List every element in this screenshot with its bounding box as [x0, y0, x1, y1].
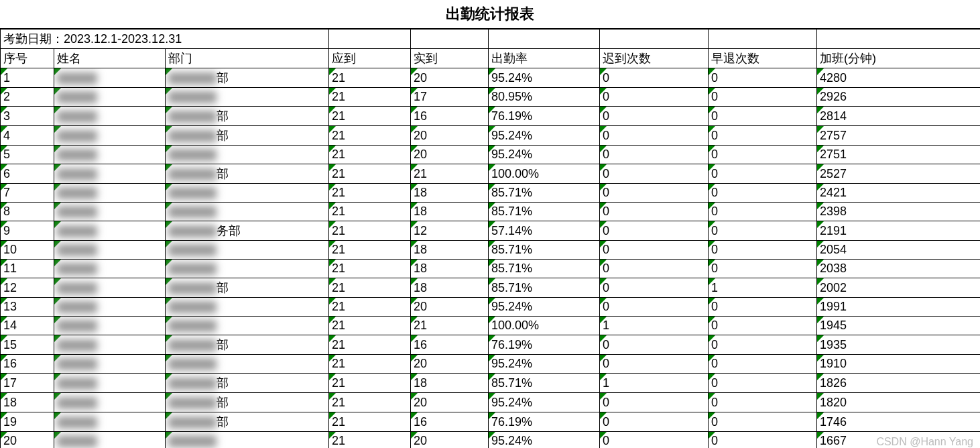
- cell-late: 1: [600, 374, 709, 393]
- cell-seq: 7: [1, 184, 54, 203]
- cell-name: xxxxxx: [54, 374, 166, 393]
- cell-name: xxxxxx: [54, 221, 166, 241]
- cell-late: 0: [600, 393, 709, 412]
- table-row: 18xxxxxxxxxxxxxx部212095.24%001820: [1, 393, 981, 412]
- cell-name: xxxxxx: [54, 355, 166, 374]
- cell-late: 1: [600, 317, 709, 335]
- date-range-row: 考勤日期：2023.12.1-2023.12.31: [1, 30, 981, 49]
- table-row: 17xxxxxxxxxxxxxx部211885.71%101826: [1, 374, 981, 393]
- header-row: 序号 姓名 部门 应到 实到 出勤率 迟到次数 早退次数 加班(分钟): [1, 49, 981, 68]
- cell-name: xxxxxx: [54, 203, 166, 221]
- cell-early: 0: [709, 203, 817, 221]
- report-title: 出勤统计报表: [0, 0, 980, 29]
- cell-overtime: 2814: [817, 107, 980, 126]
- cell-late: 0: [600, 203, 709, 221]
- cell-seq: 9: [1, 221, 54, 241]
- table-row: 6xxxxxxxxxxxxxx部2121100.00%002527: [1, 164, 981, 184]
- cell-actual: 21: [411, 164, 489, 184]
- cell-expected: 21: [329, 88, 411, 107]
- cell-overtime: 2527: [817, 164, 980, 184]
- table-row: 19xxxxxxxxxxxxxx部211676.19%001746: [1, 412, 981, 432]
- cell-late: 0: [600, 298, 709, 317]
- cell-dept: xxxxxxxx: [166, 88, 329, 107]
- table-row: 9xxxxxxxxxxxxxx务部211257.14%002191: [1, 221, 981, 241]
- cell-actual: 21: [411, 317, 489, 335]
- cell-dept: xxxxxxxx部: [166, 107, 329, 126]
- cell-dept: xxxxxxxx: [166, 432, 329, 449]
- cell-name: xxxxxx: [54, 432, 166, 449]
- cell-expected: 21: [329, 241, 411, 260]
- cell-dept: xxxxxxxx部: [166, 278, 329, 298]
- table-row: 1xxxxxxxxxxxxxx部212095.24%004280: [1, 68, 981, 88]
- cell-seq: 1: [1, 68, 54, 88]
- cell-rate: 85.71%: [489, 260, 600, 278]
- cell-actual: 20: [411, 146, 489, 164]
- cell-actual: 18: [411, 260, 489, 278]
- table-row: 7xxxxxxxxxxxxxx211885.71%002421: [1, 184, 981, 203]
- cell-late: 0: [600, 68, 709, 88]
- cell-expected: 21: [329, 355, 411, 374]
- cell-early: 0: [709, 126, 817, 146]
- cell-seq: 19: [1, 412, 54, 432]
- cell-rate: 100.00%: [489, 164, 600, 184]
- cell-rate: 85.71%: [489, 278, 600, 298]
- cell-rate: 85.71%: [489, 203, 600, 221]
- cell-seq: 4: [1, 126, 54, 146]
- cell-late: 0: [600, 184, 709, 203]
- cell-expected: 21: [329, 126, 411, 146]
- cell-early: 0: [709, 355, 817, 374]
- cell-name: xxxxxx: [54, 317, 166, 335]
- cell-name: xxxxxx: [54, 241, 166, 260]
- cell-expected: 21: [329, 203, 411, 221]
- cell-rate: 76.19%: [489, 412, 600, 432]
- table-row: 20xxxxxxxxxxxxxx212095.24%001667: [1, 432, 981, 449]
- cell-rate: 85.71%: [489, 184, 600, 203]
- cell-overtime: 2038: [817, 260, 980, 278]
- date-range-cell: 考勤日期：2023.12.1-2023.12.31: [1, 30, 329, 49]
- cell-early: 0: [709, 146, 817, 164]
- cell-name: xxxxxx: [54, 412, 166, 432]
- cell-overtime: 2002: [817, 278, 980, 298]
- cell-late: 0: [600, 335, 709, 355]
- cell-rate: 95.24%: [489, 298, 600, 317]
- cell-early: 0: [709, 107, 817, 126]
- cell-early: 0: [709, 260, 817, 278]
- cell-early: 0: [709, 184, 817, 203]
- cell-actual: 12: [411, 221, 489, 241]
- cell-actual: 20: [411, 68, 489, 88]
- cell-overtime: 2926: [817, 88, 980, 107]
- cell-late: 0: [600, 260, 709, 278]
- cell-overtime: 1826: [817, 374, 980, 393]
- table-row: 4xxxxxxxxxxxxxx部212095.24%002757: [1, 126, 981, 146]
- cell-overtime: 1991: [817, 298, 980, 317]
- cell-dept: xxxxxxxx: [166, 241, 329, 260]
- cell-name: xxxxxx: [54, 68, 166, 88]
- cell-name: xxxxxx: [54, 260, 166, 278]
- table-row: 16xxxxxxxxxxxxxx212095.24%001910: [1, 355, 981, 374]
- header-early: 早退次数: [709, 49, 817, 68]
- cell-dept: xxxxxxxx部: [166, 393, 329, 412]
- header-name: 姓名: [54, 49, 166, 68]
- cell-late: 0: [600, 126, 709, 146]
- cell-expected: 21: [329, 146, 411, 164]
- table-row: 14xxxxxxxxxxxxxx2121100.00%101945: [1, 317, 981, 335]
- cell-actual: 20: [411, 393, 489, 412]
- cell-seq: 6: [1, 164, 54, 184]
- cell-name: xxxxxx: [54, 126, 166, 146]
- cell-seq: 2: [1, 88, 54, 107]
- cell-name: xxxxxx: [54, 393, 166, 412]
- cell-actual: 17: [411, 88, 489, 107]
- cell-rate: 76.19%: [489, 335, 600, 355]
- cell-name: xxxxxx: [54, 298, 166, 317]
- cell-dept: xxxxxxxx: [166, 298, 329, 317]
- cell-overtime: 2398: [817, 203, 980, 221]
- header-actual: 实到: [411, 49, 489, 68]
- cell-rate: 95.24%: [489, 355, 600, 374]
- cell-seq: 5: [1, 146, 54, 164]
- cell-seq: 3: [1, 107, 54, 126]
- cell-name: xxxxxx: [54, 146, 166, 164]
- cell-expected: 21: [329, 164, 411, 184]
- cell-late: 0: [600, 412, 709, 432]
- cell-seq: 11: [1, 260, 54, 278]
- header-expected: 应到: [329, 49, 411, 68]
